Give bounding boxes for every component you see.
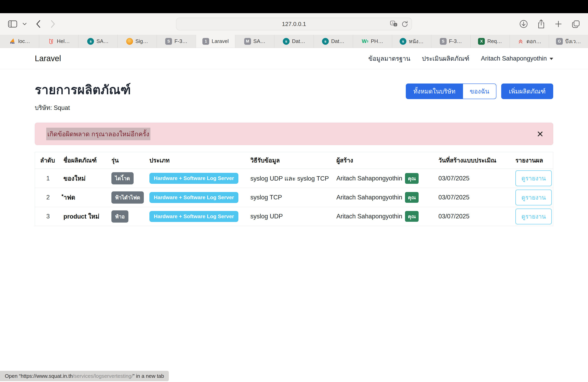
letter-s-icon: S	[165, 38, 172, 45]
browser-tab-active[interactable]: 1Laravel	[196, 35, 235, 48]
letter-s-icon: S	[440, 38, 447, 45]
browser-tab[interactable]: SF-3…	[431, 35, 470, 48]
svg-text:A: A	[392, 21, 394, 25]
view-report-button[interactable]: ดูรายงาน	[515, 190, 552, 205]
browser-tab[interactable]: sหนัง…	[392, 35, 431, 48]
phpmyadmin-icon: PMA	[9, 38, 16, 45]
browser-tab[interactable]: ดอก…	[510, 35, 549, 48]
tab-label: F-3…	[449, 38, 462, 44]
status-text-suffix: ” in a new tab	[133, 373, 164, 379]
view-report-button[interactable]: ดูรายงาน	[515, 171, 552, 186]
browser-tab[interactable]: Hel…	[39, 35, 78, 48]
table-row: 2 ำฟด ฟ้าไดำไฟด Hardware + Software Log …	[35, 188, 553, 207]
company-subtitle: บริษัท: Squat	[35, 103, 131, 113]
user-name: Aritach Sahapongyothin	[481, 55, 547, 62]
letter-g-icon: G	[556, 38, 563, 45]
site-navbar: Laravel ข้อมูลมาตรฐาน ประเมินผลิตภัณฑ์ A…	[0, 48, 588, 69]
browser-tab[interactable]: sSA…	[78, 35, 117, 48]
status-bar: Open “https://www.squat.in.th/services/l…	[0, 371, 169, 381]
brand-laravel[interactable]: Laravel	[35, 54, 61, 63]
row-index: 1	[35, 175, 61, 182]
date-cell: 03/07/2025	[436, 213, 513, 220]
method-cell: syslog UDP	[248, 213, 334, 220]
table-row: 1 ของใหม่ ไดไ้าด Hardware + Software Log…	[35, 169, 553, 188]
creator-you-badge: คุณ	[405, 173, 419, 184]
chevron-down-icon	[550, 58, 553, 60]
macos-menubar	[0, 0, 588, 13]
tab-bar: PMAloc…Hel…sSA…Sig…SF-3…1LaravelMSA…sDat…	[0, 35, 588, 48]
nav-link-standard-data[interactable]: ข้อมูลมาตรฐาน	[368, 54, 410, 63]
col-header-creator: ผู้สร้าง	[334, 156, 436, 165]
sidebar-toggle-icon[interactable]	[8, 20, 17, 28]
browser-tab[interactable]: SF-3…	[157, 35, 196, 48]
status-text-prefix: Open “	[5, 373, 21, 379]
browser-tab[interactable]: Sig…	[117, 35, 157, 48]
add-product-button[interactable]: เพิ่มผลิตภัณฑ์	[501, 83, 553, 99]
creator-name: Aritach Sahapongyothin	[336, 213, 402, 220]
tab-label: Hel…	[57, 38, 70, 44]
table-row: 3 product ใหม่ ฟำอ Hardware + Software L…	[35, 207, 553, 226]
browser-tab[interactable]: MSA…	[235, 35, 274, 48]
share-icon[interactable]	[537, 19, 545, 29]
close-icon[interactable]: ×	[537, 128, 543, 139]
letter-1-icon: 1	[202, 38, 209, 45]
tab-label: F-3…	[174, 38, 188, 44]
url-text: 127.0.0.1	[282, 21, 306, 27]
col-header-type: ประเภท	[147, 156, 248, 165]
col-header-method: วิธีรับข้อมูล	[248, 156, 334, 165]
back-icon[interactable]	[36, 20, 41, 28]
tab-overview-icon[interactable]	[572, 19, 580, 28]
w3schools-icon: W3	[362, 38, 368, 45]
view-report-button[interactable]: ดูรายงาน	[515, 209, 552, 224]
browser-tab[interactable]: sDat…	[274, 35, 314, 48]
filter-mine-button[interactable]: ของฉัน	[463, 83, 496, 99]
browser-toolbar: 127.0.0.1 Aถ	[0, 13, 588, 35]
orange-globe-icon	[126, 38, 133, 45]
user-dropdown[interactable]: Aritach Sahapongyothin	[481, 55, 553, 62]
model-badge: ฟ้าไดำไฟด	[111, 191, 144, 204]
downloads-icon[interactable]	[519, 19, 528, 28]
browser-tab[interactable]: XReq…	[470, 35, 510, 48]
col-header-index: ลำดับ	[35, 156, 61, 165]
products-table: ลำดับ ชื่อผลิตภัณฑ์ รุ่น ประเภท วิธีรับข…	[35, 152, 553, 226]
tab-label: PH…	[371, 38, 383, 44]
type-badge: Hardware + Software Log Server	[149, 192, 238, 203]
reload-icon[interactable]	[401, 20, 408, 27]
col-header-report: รายงานผล	[513, 156, 553, 165]
translate-icon[interactable]: Aถ	[390, 20, 398, 27]
model-badge: ฟำอ	[111, 210, 128, 223]
creator-you-badge: คุณ	[405, 211, 419, 222]
type-badge: Hardware + Software Log Server	[149, 173, 238, 184]
tab-label: SA…	[96, 38, 109, 44]
sharepoint-icon: s	[399, 38, 406, 45]
tab-label: บึงเว…	[565, 37, 581, 45]
browser-tab[interactable]: Gบึงเว…	[549, 35, 588, 48]
error-alert-message: เกิดข้อผิดพลาด กรุณาลองใหม่อีกครั้ง	[46, 128, 150, 140]
tab-label: Dat…	[292, 38, 305, 44]
tab-label: loc…	[18, 38, 30, 44]
tab-label: Sig…	[135, 38, 148, 44]
tab-label: SA…	[253, 38, 266, 44]
tab-label: Dat…	[331, 38, 344, 44]
new-tab-icon[interactable]	[554, 20, 562, 28]
creator-name: Aritach Sahapongyothin	[336, 194, 402, 201]
nav-link-evaluate-product[interactable]: ประเมินผลิตภัณฑ์	[422, 54, 469, 63]
tab-label: หนัง…	[409, 37, 424, 45]
filter-all-company-button[interactable]: ทั้งหมดในบริษัท	[406, 83, 463, 99]
browser-tab[interactable]: sDat…	[314, 35, 353, 48]
browser-tab[interactable]: PMAloc…	[0, 35, 39, 48]
browser-tab[interactable]: W3PH…	[353, 35, 392, 48]
method-cell: syslog TCP	[248, 194, 334, 201]
sharepoint-icon: s	[87, 38, 94, 45]
product-name: ของใหม่	[61, 173, 109, 183]
row-index: 3	[35, 213, 61, 220]
tab-label: Laravel	[211, 38, 229, 44]
tab-label: ดอก…	[526, 37, 541, 45]
product-name: ำฟด	[61, 192, 109, 202]
product-name: product ใหม่	[61, 211, 109, 221]
address-bar[interactable]: 127.0.0.1 Aถ	[176, 18, 412, 30]
tab-label: Req…	[487, 38, 502, 44]
forward-icon[interactable]	[50, 20, 56, 28]
status-link-path: /services/logservertesting/	[73, 373, 133, 379]
sidebar-chevron-down-icon[interactable]	[22, 22, 27, 25]
